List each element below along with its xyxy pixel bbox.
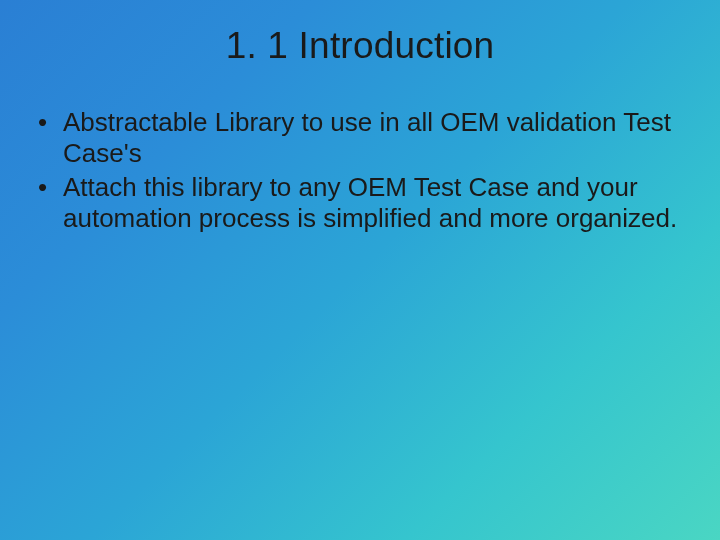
page-title: 1. 1 Introduction <box>0 0 720 77</box>
list-item: Attach this library to any OEM Test Case… <box>35 172 685 233</box>
slide-body: Abstractable Library to use in all OEM v… <box>0 77 720 234</box>
bullet-list: Abstractable Library to use in all OEM v… <box>35 107 685 234</box>
list-item: Abstractable Library to use in all OEM v… <box>35 107 685 168</box>
slide: 1. 1 Introduction Abstractable Library t… <box>0 0 720 540</box>
